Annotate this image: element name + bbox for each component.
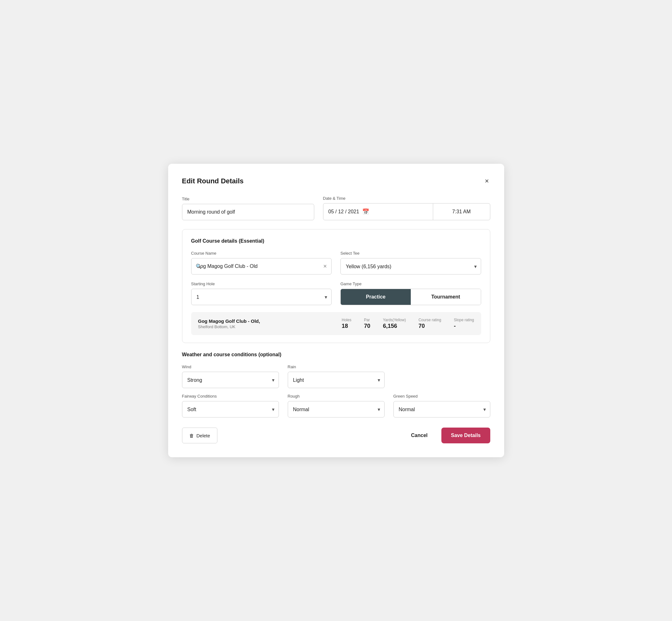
- date-time-inner: 05 / 12 / 2021 📅 7:31 AM: [323, 203, 490, 220]
- rain-dropdown[interactable]: NoneLightModerateHeavy: [288, 372, 385, 388]
- title-input[interactable]: [182, 204, 314, 220]
- game-type-toggle: Practice Tournament: [340, 289, 481, 305]
- course-name-label: Course Name: [191, 251, 332, 256]
- title-label: Title: [182, 197, 314, 201]
- date-box[interactable]: 05 / 12 / 2021 📅: [323, 204, 433, 220]
- title-field-group: Title: [182, 197, 314, 220]
- green-speed-dropdown[interactable]: SlowNormalFast: [393, 401, 490, 417]
- course-rating-stat: Course rating 70: [418, 318, 441, 329]
- select-tee-group: Select Tee Yellow (6,156 yards) White Re…: [340, 251, 481, 275]
- fairway-label: Fairway Conditions: [182, 394, 279, 399]
- rain-label: Rain: [288, 365, 385, 369]
- course-info-name: Gog Magog Golf Club - Old, Shelford Bott…: [198, 318, 342, 329]
- search-icon: 🔍: [196, 263, 202, 269]
- time-value: 7:31 AM: [452, 209, 471, 215]
- date-time-field-group: Date & Time 05 / 12 / 2021 📅 7:31 AM: [323, 196, 490, 220]
- edit-round-modal: Edit Round Details × Title Date & Time 0…: [168, 164, 504, 457]
- green-speed-label: Green Speed: [393, 394, 490, 399]
- holes-value: 18: [342, 323, 348, 329]
- tournament-button[interactable]: Tournament: [411, 289, 481, 305]
- time-box[interactable]: 7:31 AM: [433, 204, 490, 220]
- golf-section-title: Golf Course details (Essential): [191, 238, 481, 244]
- trash-icon: 🗑: [189, 433, 194, 438]
- yards-label: Yards(Yellow): [383, 318, 406, 322]
- wind-label: Wind: [182, 365, 279, 369]
- starting-hole-wrapper: 1234 5678 910 ▾: [191, 289, 332, 305]
- course-info-main-name: Gog Magog Golf Club - Old,: [198, 318, 342, 324]
- course-name-wrapper: 🔍 ✕: [191, 258, 332, 275]
- par-label: Par: [364, 318, 370, 322]
- top-row: Title Date & Time 05 / 12 / 2021 📅 7:31 …: [182, 196, 490, 220]
- cancel-button[interactable]: Cancel: [406, 432, 432, 438]
- rough-wrapper: ShortNormalLong ▾: [288, 401, 385, 417]
- rough-dropdown[interactable]: ShortNormalLong: [288, 401, 385, 417]
- wind-dropdown[interactable]: CalmLightModerateStrongVery Strong: [182, 372, 279, 388]
- select-tee-dropdown[interactable]: Yellow (6,156 yards) White Red Blue: [340, 258, 481, 275]
- slope-rating-label: Slope rating: [454, 318, 474, 322]
- course-rating-label: Course rating: [418, 318, 441, 322]
- hole-gametype-row: Starting Hole 1234 5678 910 ▾ Game Type …: [191, 282, 481, 305]
- practice-button[interactable]: Practice: [341, 289, 411, 305]
- holes-stat: Holes 18: [342, 318, 351, 329]
- rough-label: Rough: [288, 394, 385, 399]
- wind-group: Wind CalmLightModerateStrongVery Strong …: [182, 365, 279, 388]
- rain-wrapper: NoneLightModerateHeavy ▾: [288, 372, 385, 388]
- course-rating-value: 70: [418, 323, 425, 329]
- slope-rating-value: -: [454, 323, 456, 329]
- modal-header: Edit Round Details ×: [182, 176, 490, 186]
- yards-value: 6,156: [383, 323, 397, 329]
- course-info-location: Shelford Bottom, UK: [198, 324, 342, 329]
- weather-section-title: Weather and course conditions (optional): [182, 352, 490, 358]
- course-name-tee-row: Course Name 🔍 ✕ Select Tee Yellow (6,156…: [191, 251, 481, 275]
- wind-rain-row: Wind CalmLightModerateStrongVery Strong …: [182, 365, 490, 388]
- save-button[interactable]: Save Details: [442, 427, 490, 443]
- fairway-dropdown[interactable]: SoftNormalHard: [182, 401, 279, 417]
- yards-stat: Yards(Yellow) 6,156: [383, 318, 406, 329]
- par-value: 70: [364, 323, 370, 329]
- course-name-group: Course Name 🔍 ✕: [191, 251, 332, 275]
- starting-hole-group: Starting Hole 1234 5678 910 ▾: [191, 282, 332, 305]
- wind-wrapper: CalmLightModerateStrongVery Strong ▾: [182, 372, 279, 388]
- fairway-wrapper: SoftNormalHard ▾: [182, 401, 279, 417]
- course-stats: Holes 18 Par 70 Yards(Yellow) 6,156 Cour…: [342, 318, 474, 329]
- golf-section: Golf Course details (Essential) Course N…: [182, 229, 490, 343]
- delete-button[interactable]: 🗑 Delete: [182, 427, 217, 443]
- select-tee-label: Select Tee: [340, 251, 481, 256]
- clear-icon[interactable]: ✕: [323, 263, 327, 269]
- course-name-input[interactable]: [191, 258, 332, 275]
- course-info-box: Gog Magog Golf Club - Old, Shelford Bott…: [191, 312, 481, 335]
- starting-hole-dropdown[interactable]: 1234 5678 910: [191, 289, 332, 305]
- holes-label: Holes: [342, 318, 351, 322]
- date-time-label: Date & Time: [323, 196, 490, 201]
- game-type-group: Game Type Practice Tournament: [340, 282, 481, 305]
- rough-group: Rough ShortNormalLong ▾: [288, 394, 385, 417]
- slope-rating-stat: Slope rating -: [454, 318, 474, 329]
- weather-section: Weather and course conditions (optional)…: [182, 352, 490, 417]
- par-stat: Par 70: [364, 318, 370, 329]
- green-speed-wrapper: SlowNormalFast ▾: [393, 401, 490, 417]
- calendar-icon: 📅: [362, 208, 369, 215]
- starting-hole-label: Starting Hole: [191, 282, 332, 286]
- modal-title: Edit Round Details: [182, 177, 244, 185]
- close-button[interactable]: ×: [484, 176, 490, 186]
- green-speed-group: Green Speed SlowNormalFast ▾: [393, 394, 490, 417]
- fairway-rough-green-row: Fairway Conditions SoftNormalHard ▾ Roug…: [182, 394, 490, 417]
- weather-rows: Wind CalmLightModerateStrongVery Strong …: [182, 365, 490, 417]
- footer-right: Cancel Save Details: [406, 427, 490, 443]
- rain-group: Rain NoneLightModerateHeavy ▾: [288, 365, 385, 388]
- modal-footer: 🗑 Delete Cancel Save Details: [182, 427, 490, 443]
- date-value: 05 / 12 / 2021: [328, 209, 359, 215]
- game-type-label: Game Type: [340, 282, 481, 286]
- delete-label: Delete: [197, 433, 210, 438]
- select-tee-wrapper: Yellow (6,156 yards) White Red Blue ▾: [340, 258, 481, 275]
- fairway-group: Fairway Conditions SoftNormalHard ▾: [182, 394, 279, 417]
